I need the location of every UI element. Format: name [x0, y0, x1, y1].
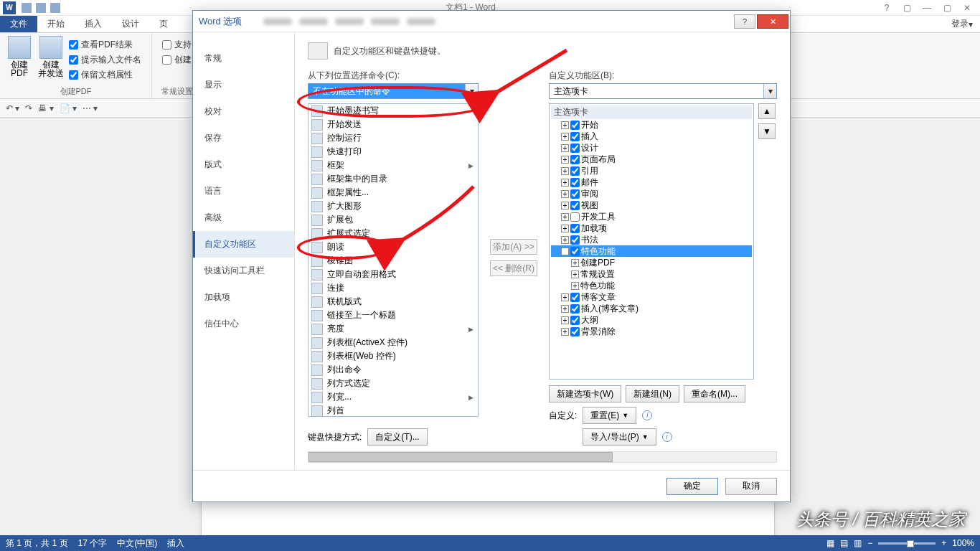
tree-node[interactable]: +博客文章	[551, 291, 752, 303]
expand-icon[interactable]: +	[561, 293, 569, 301]
undo-icon[interactable]: ↶ ▾	[6, 103, 19, 113]
new-tab-button[interactable]: 新建选项卡(W)	[549, 385, 621, 402]
tree-node[interactable]: +审阅	[551, 188, 752, 199]
view-icon[interactable]: ▥	[854, 538, 862, 548]
tree-checkbox[interactable]	[570, 178, 580, 187]
chk-create[interactable]: 创建	[162, 54, 192, 66]
login-link[interactable]: 登录 ▾	[944, 16, 980, 32]
command-item[interactable]: 列表框(Web 控件)	[308, 349, 478, 363]
tree-checkbox[interactable]	[570, 132, 580, 141]
tree-checkbox[interactable]	[570, 143, 580, 153]
nav-display[interactable]: 显示	[193, 72, 294, 98]
keyboard-customize-button[interactable]: 自定义(T)...	[367, 428, 427, 446]
qat-save-icon[interactable]	[22, 3, 32, 13]
tree-node[interactable]: +开发工具	[551, 211, 752, 222]
chk-view-pdf[interactable]: 查看PDF结果	[69, 39, 141, 51]
tree-checkbox[interactable]	[570, 201, 580, 210]
expand-icon[interactable]: +	[561, 133, 569, 141]
expand-icon[interactable]: +	[561, 328, 569, 336]
command-item[interactable]: 框架属性...	[308, 186, 478, 199]
horizontal-scrollbar[interactable]	[308, 451, 777, 463]
file-tab[interactable]: 文件	[0, 16, 37, 32]
nav-trust[interactable]: 信任中心	[193, 311, 294, 337]
dialog-help-button[interactable]: ?	[734, 14, 755, 29]
view-icon[interactable]: ▤	[840, 538, 848, 548]
redo-icon[interactable]: ↷	[25, 103, 32, 113]
expand-icon[interactable]: +	[561, 305, 569, 313]
tree-checkbox[interactable]	[570, 166, 580, 176]
close-icon[interactable]: ✕	[961, 3, 973, 13]
tree-node[interactable]: +常规设置	[551, 268, 752, 280]
expand-icon[interactable]: +	[561, 167, 569, 175]
expand-icon[interactable]: +	[571, 282, 579, 290]
remove-button[interactable]: << 删除(R)	[490, 260, 537, 276]
add-button[interactable]: 添加(A) >>	[490, 239, 537, 255]
tree-node[interactable]: +书法	[551, 234, 752, 245]
tree-node[interactable]: +背景消除	[551, 326, 752, 337]
qat-undo-icon[interactable]	[36, 3, 46, 13]
maximize-icon[interactable]: ▢	[941, 3, 953, 13]
rename-button[interactable]: 重命名(M)...	[684, 385, 745, 402]
tree-node[interactable]: +设计	[551, 142, 752, 154]
tree-node[interactable]: +加载项	[551, 222, 752, 234]
nav-addins[interactable]: 加载项	[193, 284, 294, 311]
command-item[interactable]: 扩展包	[308, 213, 478, 227]
chk-keep-props[interactable]: 保留文档属性	[69, 69, 141, 81]
ribbon-tab[interactable]: 设计	[112, 16, 149, 32]
zoom-percent[interactable]: 100%	[952, 538, 974, 548]
command-item[interactable]: 快速打印	[308, 145, 478, 159]
tree-checkbox[interactable]	[570, 155, 580, 164]
tree-node[interactable]: +视图	[551, 199, 752, 211]
command-item[interactable]: 棱锥图	[308, 254, 478, 268]
expand-icon[interactable]: +	[561, 179, 569, 187]
command-item[interactable]: 列首	[308, 404, 478, 417]
chk-prompt-filename[interactable]: 提示输入文件名	[69, 54, 141, 66]
nav-advanced[interactable]: 高级	[193, 204, 294, 231]
ribbon-tab[interactable]: 页	[149, 16, 178, 32]
tree-checkbox[interactable]	[570, 247, 580, 256]
tree-node[interactable]: +页面布局	[551, 154, 752, 165]
expand-icon[interactable]: +	[561, 202, 569, 209]
tree-node[interactable]: +邮件	[551, 176, 752, 188]
dialog-close-button[interactable]: ✕	[757, 14, 788, 29]
tree-checkbox[interactable]	[570, 235, 580, 245]
command-item[interactable]: 链接至上一个标题	[308, 309, 478, 322]
command-item[interactable]: 联机版式	[308, 295, 478, 309]
create-pdf-button[interactable]: 创建PDF	[6, 36, 33, 84]
tree-checkbox[interactable]	[570, 224, 580, 233]
cancel-button[interactable]: 取消	[725, 478, 777, 495]
tree-node[interactable]: +引用	[551, 165, 752, 176]
chk-support[interactable]: 支持	[162, 39, 192, 51]
mode-indicator[interactable]: 插入	[167, 537, 184, 550]
expand-icon[interactable]: +	[561, 121, 569, 129]
nav-general[interactable]: 常规	[193, 45, 294, 72]
qat-redo-icon[interactable]	[50, 3, 60, 13]
more-icon[interactable]: ⋯ ▾	[83, 103, 98, 113]
expand-icon[interactable]: +	[561, 144, 569, 152]
command-item[interactable]: 连接	[308, 281, 478, 295]
help-icon[interactable]: ?	[881, 3, 892, 13]
move-up-button[interactable]: ▲	[758, 103, 776, 119]
nav-qat[interactable]: 快速访问工具栏	[193, 258, 294, 284]
commands-listbox[interactable]: 开始墨迹书写开始发送控制运行快速打印框架▶框架集中的目录框架属性...扩大图形扩…	[308, 103, 479, 417]
tree-node[interactable]: +特色功能	[551, 280, 752, 291]
expand-icon[interactable]: −	[561, 248, 569, 255]
command-item[interactable]: 列宽...▶	[308, 390, 478, 404]
view-icon[interactable]: ▦	[826, 538, 834, 548]
command-item[interactable]: 亮度▶	[308, 322, 478, 336]
tree-node[interactable]: +插入(博客文章)	[551, 303, 752, 314]
zoom-in-icon[interactable]: +	[941, 538, 946, 548]
command-item[interactable]: 开始发送	[308, 118, 478, 131]
command-item[interactable]: 列方式选定	[308, 377, 478, 390]
nav-proof[interactable]: 校对	[193, 98, 294, 125]
expand-icon[interactable]: +	[561, 213, 569, 221]
minimize-icon[interactable]: —	[921, 3, 933, 13]
expand-icon[interactable]: +	[561, 156, 569, 164]
create-send-button[interactable]: 创建并发送	[37, 36, 65, 84]
zoom-out-icon[interactable]: −	[867, 538, 872, 548]
tree-checkbox[interactable]	[570, 212, 580, 222]
expand-icon[interactable]: +	[561, 236, 569, 244]
import-export-button[interactable]: 导入/导出(P)▼	[583, 428, 656, 446]
expand-icon[interactable]: +	[571, 259, 579, 267]
tree-checkbox[interactable]	[570, 327, 580, 336]
